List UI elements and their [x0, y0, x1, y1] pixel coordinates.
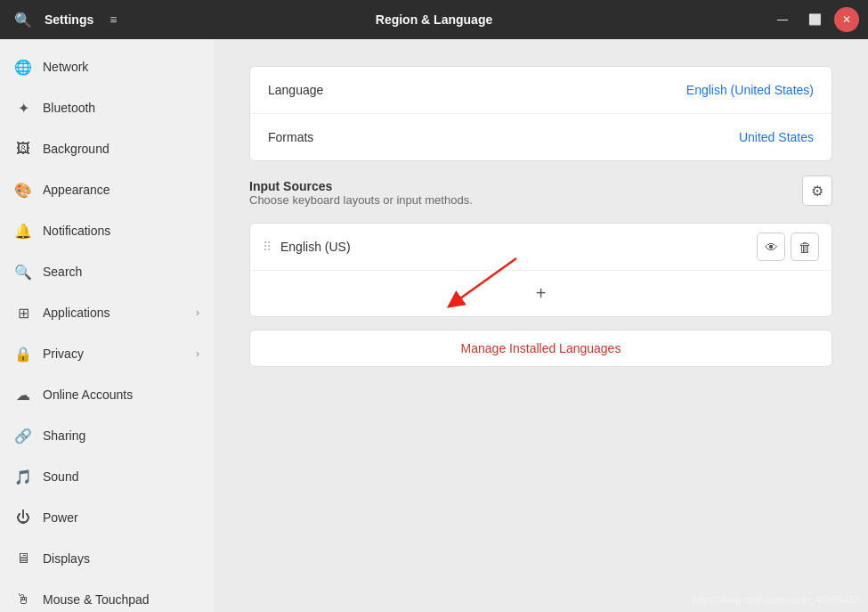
sidebar-label-displays: Displays [43, 551, 199, 566]
gear-button[interactable]: ⚙ [802, 175, 832, 206]
sidebar-item-background[interactable]: 🖼 Background [0, 128, 214, 169]
sidebar-label-online-accounts: Online Accounts [43, 388, 199, 402]
titlebar: 🔍 Settings ≡ Region & Language — ⬜ ✕ [0, 0, 868, 39]
main-layout: 🌐 Network ✦ Bluetooth 🖼 Background 🎨 App… [0, 39, 868, 612]
trash-icon: 🗑 [799, 240, 812, 255]
input-sources-wrapper: ⠿ English (US) 👁 🗑 + [249, 223, 832, 317]
input-sources-card: ⠿ English (US) 👁 🗑 + [249, 223, 832, 317]
menu-icon: ≡ [110, 12, 117, 27]
formats-label: Formats [268, 130, 739, 144]
input-sources-subtitle: Choose keyboard layouts or input methods… [249, 193, 802, 207]
sound-icon: 🎵 [14, 468, 32, 486]
sidebar-item-sound[interactable]: 🎵 Sound [0, 456, 214, 497]
maximize-button[interactable]: ⬜ [802, 7, 827, 32]
sidebar-label-background: Background [43, 142, 199, 156]
sidebar-item-search[interactable]: 🔍 Search [0, 251, 214, 292]
notifications-icon: 🔔 [14, 222, 32, 240]
network-icon: 🌐 [14, 58, 32, 76]
input-source-row: ⠿ English (US) 👁 🗑 [250, 224, 831, 271]
sidebar-label-sound: Sound [43, 469, 199, 484]
search-icon: 🔍 [14, 12, 32, 29]
chevron-privacy-icon: › [196, 347, 199, 360]
watermark: https://blog.csdn.net/weixin_45965432 [693, 594, 859, 605]
manage-languages-button[interactable]: Manage Installed Languages [249, 330, 832, 367]
language-formats-card: Language English (United States) Formats… [249, 66, 832, 161]
sidebar-label-network: Network [43, 60, 199, 74]
background-icon: 🖼 [14, 140, 32, 158]
sidebar-item-power[interactable]: ⏻ Power [0, 497, 214, 538]
sidebar-label-applications: Applications [43, 306, 196, 320]
gear-icon: ⚙ [811, 183, 823, 200]
eye-icon: 👁 [765, 240, 778, 255]
formats-row: Formats United States [250, 114, 831, 160]
sidebar-item-applications[interactable]: ⊞ Applications › [0, 292, 214, 333]
search-icon: 🔍 [14, 263, 32, 281]
search-button[interactable]: 🔍 [9, 5, 37, 34]
formats-value[interactable]: United States [739, 130, 814, 144]
input-sources-header: Input Sources Choose keyboard layouts or… [249, 179, 832, 217]
sidebar-label-power: Power [43, 510, 199, 525]
add-input-source-row[interactable]: + [250, 271, 831, 316]
sharing-icon: 🔗 [14, 427, 32, 445]
sidebar-item-mouse-touchpad[interactable]: 🖱 Mouse & Touchpad [0, 579, 214, 612]
menu-button[interactable]: ≡ [99, 5, 127, 34]
minimize-button[interactable]: — [770, 7, 795, 32]
applications-icon: ⊞ [14, 304, 32, 322]
close-icon: ✕ [842, 13, 851, 26]
sidebar-item-network[interactable]: 🌐 Network [0, 46, 214, 87]
page-title: Region & Language [376, 12, 492, 27]
sidebar-item-displays[interactable]: 🖥 Displays [0, 538, 214, 579]
content-area: Language English (United States) Formats… [214, 39, 868, 612]
close-button[interactable]: ✕ [834, 7, 859, 32]
language-value[interactable]: English (United States) [686, 83, 814, 97]
language-label: Language [268, 83, 686, 97]
input-source-name: English (US) [280, 240, 751, 254]
online-accounts-icon: ☁ [14, 386, 32, 404]
appearance-icon: 🎨 [14, 181, 32, 199]
add-icon: + [536, 283, 547, 304]
maximize-icon: ⬜ [808, 13, 822, 26]
sidebar-item-sharing[interactable]: 🔗 Sharing [0, 415, 214, 456]
sidebar-item-bluetooth[interactable]: ✦ Bluetooth [0, 87, 214, 128]
sidebar-item-online-accounts[interactable]: ☁ Online Accounts [0, 374, 214, 415]
delete-input-button[interactable]: 🗑 [791, 233, 819, 261]
sidebar-item-appearance[interactable]: 🎨 Appearance [0, 169, 214, 210]
sidebar-label-appearance: Appearance [43, 183, 199, 197]
language-row: Language English (United States) [250, 67, 831, 114]
sidebar-label-privacy: Privacy [43, 347, 196, 361]
preview-input-button[interactable]: 👁 [757, 233, 785, 261]
sidebar-item-privacy[interactable]: 🔒 Privacy › [0, 333, 214, 374]
power-icon: ⏻ [14, 509, 32, 526]
sidebar-item-notifications[interactable]: 🔔 Notifications [0, 210, 214, 251]
sidebar-label-search: Search [43, 265, 199, 279]
app-title: Settings [45, 12, 93, 27]
minimize-icon: — [777, 13, 788, 26]
window-controls: — ⬜ ✕ [770, 7, 859, 32]
sidebar-label-mouse-touchpad: Mouse & Touchpad [43, 592, 199, 607]
sidebar-label-sharing: Sharing [43, 428, 199, 443]
sidebar-label-bluetooth: Bluetooth [43, 101, 199, 115]
privacy-icon: 🔒 [14, 345, 32, 363]
chevron-applications-icon: › [196, 306, 199, 319]
mouse-touchpad-icon: 🖱 [14, 591, 32, 608]
bluetooth-icon: ✦ [14, 99, 32, 117]
sidebar: 🌐 Network ✦ Bluetooth 🖼 Background 🎨 App… [0, 39, 214, 612]
drag-handle-icon: ⠿ [263, 240, 272, 254]
sidebar-label-notifications: Notifications [43, 224, 199, 238]
displays-icon: 🖥 [14, 550, 32, 567]
input-sources-title: Input Sources [249, 179, 802, 193]
